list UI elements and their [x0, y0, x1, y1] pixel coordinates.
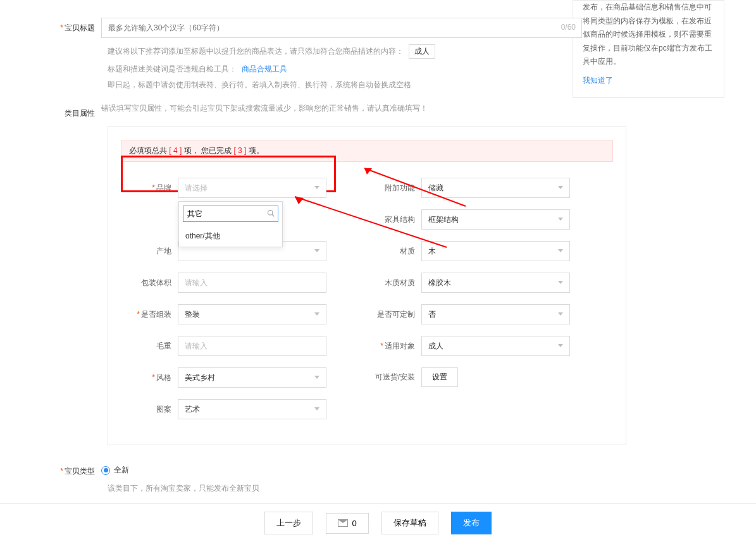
- structure-label: 家具结构: [364, 214, 421, 225]
- attrs-panel: 必填项总共 [ 4 ] 项， 您已完成 [ 3 ] 项。 *品牌 请选择: [108, 126, 626, 445]
- svg-line-1: [272, 214, 274, 216]
- target-select[interactable]: 成人: [421, 336, 570, 356]
- delivery-label: 可送货/安装: [364, 372, 421, 383]
- prev-button[interactable]: 上一步: [264, 512, 313, 534]
- info-dismiss-link[interactable]: 我知道了: [583, 74, 613, 88]
- chevron-down-icon: [314, 312, 319, 316]
- brand-select[interactable]: 请选择 other/其他: [178, 178, 326, 198]
- weight-label: 毛重: [121, 341, 178, 352]
- material-select[interactable]: 木: [421, 241, 570, 261]
- target-label: *适用对象: [364, 341, 421, 352]
- mail-button[interactable]: 0: [326, 513, 368, 534]
- custom-select[interactable]: 否: [421, 304, 570, 324]
- custom-label: 是否可定制: [364, 309, 421, 320]
- chevron-down-icon: [314, 186, 319, 189]
- suggest-tag[interactable]: 成人: [409, 44, 435, 59]
- wood-label: 木质材质: [364, 278, 421, 288]
- structure-select[interactable]: 框架结构: [421, 209, 570, 230]
- chevron-down-icon: [558, 218, 563, 221]
- chevron-down-icon: [558, 186, 563, 189]
- assembled-select[interactable]: 整装: [178, 304, 326, 324]
- chevron-down-icon: [314, 249, 319, 252]
- required-banner: 必填项总共 [ 4 ] 项， 您已完成 [ 3 ] 项。: [121, 140, 613, 162]
- pattern-label: 图案: [121, 404, 178, 415]
- chevron-down-icon: [314, 376, 319, 379]
- origin-label: 产地: [121, 246, 178, 257]
- type-hint: 该类目下，所有淘宝卖家，只能发布全新宝贝: [108, 483, 731, 494]
- brand-option-other[interactable]: other/其他: [179, 226, 282, 247]
- addfunc-select[interactable]: 储藏: [421, 178, 570, 198]
- type-label: *宝贝类型: [38, 461, 101, 477]
- chevron-down-icon: [558, 344, 563, 347]
- title-hint-keywords: 建议将以下推荐词添加至标题中以提升您的商品表达，请只添加符合您商品描述的内容： …: [108, 44, 588, 59]
- chevron-down-icon: [558, 312, 563, 316]
- chevron-down-icon: [558, 249, 563, 252]
- title-char-count: 0/60: [561, 23, 576, 32]
- svg-marker-3: [364, 168, 372, 175]
- compliance-tool-link[interactable]: 商品合规工具: [242, 64, 287, 75]
- title-input[interactable]: [101, 18, 582, 38]
- wood-select[interactable]: 橡胶木: [421, 273, 570, 293]
- chevron-down-icon: [558, 281, 563, 284]
- info-panel: 发布，在商品基础信息和销售信息中可将同类型的内容保存为模板，在发布近似商品的时候…: [573, 0, 724, 98]
- title-label: *宝贝标题: [38, 18, 101, 34]
- material-label: 材质: [364, 246, 421, 257]
- pack-label: 包装体积: [121, 278, 178, 288]
- assembled-label: *是否组装: [121, 309, 178, 320]
- mail-icon: [338, 519, 348, 527]
- addfunc-label: 附加功能: [364, 183, 421, 194]
- attrs-warning: 错误填写宝贝属性，可能会引起宝贝下架或搜索流量减少，影响您的正常销售，请认真准确…: [101, 103, 731, 114]
- style-label: *风格: [121, 373, 178, 383]
- type-radio-new[interactable]: 全新: [101, 465, 129, 476]
- chevron-down-icon: [314, 407, 319, 410]
- attrs-label: 类目属性: [38, 103, 101, 119]
- radio-icon: [101, 466, 110, 475]
- brand-dropdown: other/其他: [178, 201, 283, 247]
- brand-search-input[interactable]: [183, 206, 278, 222]
- weight-input[interactable]: 请输入: [178, 336, 326, 356]
- info-text: 发布，在商品基础信息和销售信息中可将同类型的内容保存为模板，在发布近似商品的时候…: [583, 1, 714, 69]
- delivery-setup-button[interactable]: 设置: [421, 367, 458, 387]
- pattern-select[interactable]: 艺术: [178, 399, 326, 419]
- publish-button[interactable]: 发布: [451, 512, 492, 534]
- pack-input[interactable]: 请输入: [178, 273, 326, 293]
- footer-bar: 上一步 0 保存草稿 发布: [0, 503, 756, 542]
- title-hint-chars: 即日起，标题中请勿使用制表符、换行符。若填入制表符、换行符，系统将自动替换成空格: [108, 80, 588, 90]
- title-hint-compliance: 标题和描述关键词是否违规自检工具： 商品合规工具: [108, 64, 588, 75]
- style-select[interactable]: 美式乡村: [178, 367, 326, 388]
- save-draft-button[interactable]: 保存草稿: [381, 512, 438, 534]
- brand-label: *品牌: [121, 183, 178, 194]
- svg-point-0: [268, 211, 273, 216]
- search-icon: [267, 209, 275, 217]
